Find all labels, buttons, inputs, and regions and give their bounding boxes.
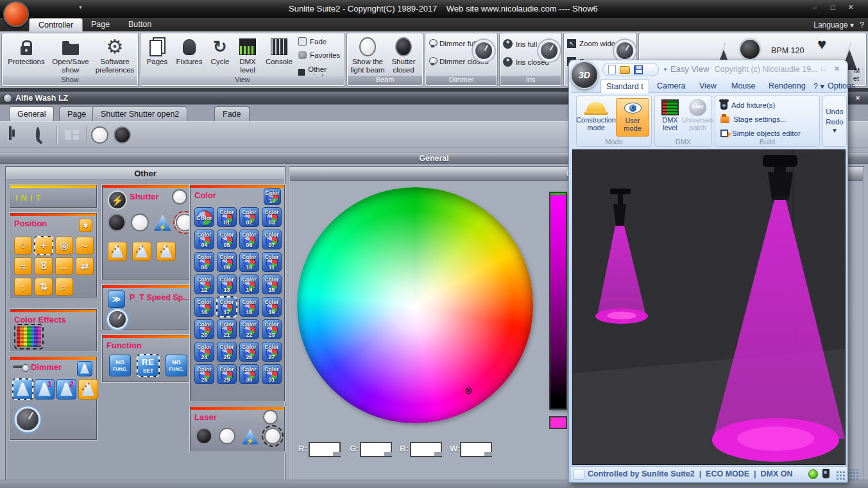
color-preset-button-18[interactable]: Color18 [239, 297, 259, 317]
open-file-icon[interactable] [620, 66, 630, 74]
console-button[interactable]: Console [262, 36, 296, 66]
open-save-show-button[interactable]: Open/Save show [49, 36, 92, 74]
panel-resize-grip[interactable] [847, 469, 860, 480]
ev-close-button[interactable]: ✕ [834, 65, 840, 73]
ev-minimize-button[interactable]: – [808, 65, 812, 72]
protections-button[interactable]: Protections [4, 36, 48, 66]
bpm-knob[interactable] [740, 40, 760, 59]
ev-dmx-level-button[interactable]: DMX level [656, 98, 685, 137]
position-figure8-button[interactable]: 8 [35, 257, 53, 275]
beam-closed-toggle[interactable] [114, 126, 131, 144]
save-icon[interactable] [634, 65, 643, 74]
ev-tab-mouse[interactable]: Mouse [726, 79, 761, 93]
color-preset-button-12[interactable]: Color12 [194, 274, 214, 294]
dimmer-knob[interactable] [475, 42, 492, 59]
fade-button[interactable]: Fade [298, 37, 327, 46]
metronome-icon[interactable] [716, 38, 731, 50]
tab-page[interactable]: Page [82, 18, 119, 31]
color-preset-button-09[interactable]: Color09 [217, 252, 237, 272]
language-menu[interactable]: Language ▾ [813, 21, 854, 29]
color-preset-button-22[interactable]: Color22 [239, 319, 259, 339]
color-preset-button-01[interactable]: Color01 [217, 207, 237, 227]
tab-controller[interactable]: Controller [29, 18, 83, 31]
position-scribble-button[interactable]: ≈ [14, 257, 32, 275]
color-preset-button-25[interactable]: Color25 [217, 342, 237, 362]
color-preset-button-20[interactable]: Color20 [194, 319, 214, 339]
shutter-open-default[interactable] [172, 189, 187, 205]
color-wheel-cursor[interactable]: ⊗ [464, 385, 473, 396]
ev-tab-rendering[interactable]: Rendering [763, 79, 811, 93]
pt-speed-dial[interactable] [109, 311, 126, 328]
color-preset-button-07[interactable]: Color07 [262, 230, 282, 249]
color-preset-button-02[interactable]: Color02 [239, 207, 259, 227]
tab-button[interactable]: Button [119, 18, 160, 31]
position-sound-button[interactable]: ♬ [55, 278, 73, 296]
universes-patch-button-disabled[interactable]: DMX Universes patch [683, 98, 712, 137]
color-preset-button-24[interactable]: Color24 [194, 342, 214, 362]
position-circle-button[interactable]: ○ [14, 237, 32, 255]
no-func-button-2[interactable]: NOFUNC. [166, 355, 187, 376]
laser-on-button[interactable] [219, 428, 235, 444]
ev-tab-camera[interactable]: Camera [652, 79, 690, 93]
shutter-closed-button[interactable] [108, 214, 126, 231]
position-default-button[interactable]: ✱ [79, 219, 92, 232]
app-logo-icon[interactable] [3, 1, 29, 27]
easy-view-3d-logo[interactable]: 3D [570, 61, 599, 89]
color-preset-button-27[interactable]: Color27 [262, 342, 282, 362]
shutter-closed-button[interactable]: Shutter closed [387, 36, 420, 74]
undo-button[interactable]: Undo [823, 108, 846, 115]
ev-options-menu[interactable]: Options ▾ [822, 79, 860, 93]
dimmer-beam-button-selected[interactable] [13, 379, 33, 400]
quick-access-arrow-icon[interactable]: ▼ [78, 5, 83, 10]
beam-open-toggle[interactable] [91, 126, 108, 144]
color-preset-button-23[interactable]: Color23 [262, 319, 282, 339]
heartbeat-icon[interactable]: ♥ [817, 36, 826, 53]
iris-full-button[interactable]: *Iris full [503, 39, 537, 49]
position-double-circle-button[interactable]: ◎ [55, 237, 73, 255]
alfie-close-button[interactable]: ✕ [853, 94, 863, 103]
statusbar-button[interactable] [573, 469, 584, 480]
ev-tab-standard[interactable]: Standard t [600, 79, 649, 93]
dimmer-effect-button[interactable]: ⋰ [78, 379, 98, 400]
laser-strobe-button[interactable]: ⚡ [242, 429, 259, 444]
shutter-effect3-button[interactable]: ⋰ [157, 242, 176, 261]
color-preset-button-26[interactable]: Color26 [239, 342, 259, 362]
color-preset-button-03[interactable]: Color03 [262, 207, 282, 227]
color-preset-button-08[interactable]: Color08 [194, 252, 214, 272]
iris-closed-button[interactable]: *Iris closed [503, 57, 549, 67]
position-pan-button[interactable]: ↔ [55, 257, 73, 275]
color-preset-button-04[interactable]: Color04 [194, 230, 214, 249]
position-tilt-button[interactable]: ↕ [14, 278, 32, 296]
color-preset-button-14[interactable]: Color14 [239, 274, 259, 294]
color-preset-button-10[interactable]: Color10 [239, 252, 259, 272]
fixtures-button[interactable]: Fixtures [173, 36, 206, 66]
color-preset-button-17[interactable]: Color17 [217, 297, 237, 317]
position-curve-button[interactable]: ~ [76, 237, 94, 255]
minimize-button[interactable]: – [808, 3, 822, 12]
cycle-button[interactable]: ↻ Cycle [207, 36, 233, 66]
dimmer-beam1-button[interactable]: 1 [35, 379, 55, 400]
color-preset-button-05[interactable]: Color05 [217, 230, 237, 249]
shutter-effect2-button[interactable]: ⋰ [132, 242, 151, 261]
close-button[interactable]: ✕ [844, 3, 858, 12]
ev-tab-view[interactable]: View [694, 79, 722, 93]
dimmer-closed-button[interactable]: Dimmer closed [429, 57, 489, 65]
favorites-button[interactable]: Favorites [298, 51, 340, 59]
shutter-strobe-button[interactable]: ⚡ [154, 215, 171, 231]
laser-off-button[interactable] [196, 428, 212, 444]
color-preset-button-30[interactable]: Color30 [239, 364, 259, 384]
compress-view-button[interactable] [9, 128, 12, 139]
color-preset-button-15[interactable]: Color15 [262, 274, 282, 294]
color-preset-button-19[interactable]: Color19 [262, 297, 282, 317]
shutter-effect1-button[interactable]: ⋰ [108, 242, 127, 261]
dimmer-full-button[interactable]: Dimmer full [429, 39, 477, 47]
color-wheel[interactable] [297, 187, 533, 423]
color-preset-button-base[interactable]: Color [194, 207, 214, 227]
ev-maximize-button[interactable]: □ [821, 65, 826, 72]
stage-settings-button[interactable]: Stage settings... [720, 114, 786, 125]
alfie-tab-page[interactable]: Page [59, 106, 94, 121]
position-pan2-button[interactable]: ⇄ [76, 257, 94, 275]
color-preset-button-28[interactable]: Color28 [194, 364, 214, 384]
add-fixtures-button[interactable]: Add fixture(s) [720, 99, 775, 111]
magnifier-button[interactable] [36, 129, 40, 140]
